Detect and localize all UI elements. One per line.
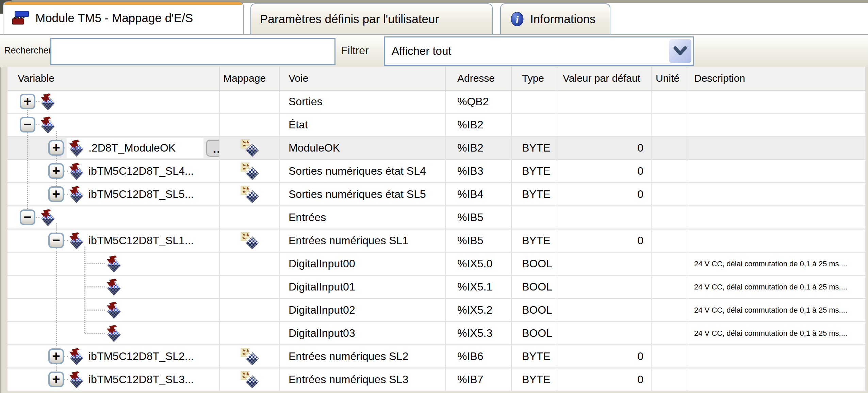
tree-guide-line	[84, 247, 85, 252]
search-label: Rechercher	[4, 35, 52, 67]
adresse-cell: %IX5.1	[446, 276, 512, 299]
adresse-cell: %IB5	[446, 230, 512, 253]
description-cell: 24 V CC, délai commutation de 0,1 à 25 m…	[687, 253, 866, 276]
unit-cell	[652, 368, 687, 392]
tree-expand-button[interactable]: +	[48, 140, 64, 156]
variable-icon	[40, 93, 56, 110]
voie-cell: DigitalInput00	[280, 253, 446, 276]
table-row[interactable]: +ibTM5C12D8T_SL5...Sorties numériques ét…	[7, 183, 866, 206]
table-row[interactable]: −ibTM5C12D8T_SL1...Entrées numériques SL…	[7, 230, 866, 253]
variable-name: ibTM5C12D8T_SL4...	[88, 160, 194, 182]
variable-cell	[7, 253, 220, 276]
tree-expand-button[interactable]: +	[48, 186, 64, 202]
unit-cell	[652, 206, 687, 230]
tree-expand-button[interactable]: +	[48, 372, 64, 387]
table-row[interactable]: +ibTM5C12D8T_SL4...Sorties numériques ét…	[7, 160, 866, 183]
table-row[interactable]: +Sorties%QB2	[7, 91, 866, 114]
tree-expand-button[interactable]: +	[20, 94, 35, 109]
tab-informations[interactable]: Informations	[500, 3, 610, 34]
chevron-down-icon[interactable]	[669, 39, 691, 63]
table-row[interactable]: +ibTM5C12D8T_SL2...Entrées numériques SL…	[7, 345, 866, 368]
module-icon	[12, 11, 29, 26]
variable-cell	[7, 322, 220, 345]
table-row[interactable]: DigitalInput01%IX5.1BOOL24 V CC, délai c…	[7, 276, 866, 299]
unit-cell	[652, 276, 687, 299]
tab-bar: Paramètres définis par l'utilisateur Inf…	[0, 0, 868, 34]
default-value-cell	[557, 276, 652, 299]
column-header-variable[interactable]: Variable	[7, 67, 220, 91]
description-cell	[687, 91, 866, 114]
tree-expand-button[interactable]: +	[48, 348, 64, 364]
variable-icon	[40, 209, 56, 226]
description-cell	[687, 137, 866, 160]
filter-label: Filtrer	[341, 35, 369, 67]
variable-name: .2D8T_ModuleOK	[88, 137, 176, 159]
unit-cell	[652, 345, 687, 368]
tab-label: Paramètres définis par l'utilisateur	[260, 12, 439, 26]
variable-name: ibTM5C12D8T_SL3...	[88, 368, 194, 391]
voie-cell: Entrées numériques SL2	[280, 345, 446, 368]
tree-guide-line	[56, 299, 57, 321]
variable-icon	[106, 279, 122, 296]
voie-cell: DigitalInput01	[280, 276, 446, 299]
type-cell: BYTE	[512, 368, 557, 392]
browse-button[interactable]: ...	[206, 140, 220, 157]
variable-name: ibTM5C12D8T_SL1...	[88, 230, 194, 252]
description-cell	[687, 114, 866, 137]
tab-user-parameters[interactable]: Paramètres définis par l'utilisateur	[250, 3, 493, 34]
type-cell: BOOL	[512, 322, 557, 345]
tab-label: Informations	[530, 12, 596, 26]
search-input[interactable]	[50, 38, 335, 65]
voie-cell: Entrées numériques SL1	[280, 230, 446, 253]
type-cell: BYTE	[512, 183, 557, 206]
mapped-variable-icon	[240, 347, 259, 366]
mapped-variable-icon	[240, 185, 259, 204]
tree-expand-button[interactable]: +	[48, 163, 64, 179]
type-cell	[512, 206, 557, 230]
column-header-adresse[interactable]: Adresse	[446, 67, 512, 91]
filter-dropdown[interactable]: Afficher tout	[384, 36, 694, 66]
variable-cell: −	[7, 206, 220, 230]
column-header-mappage[interactable]: Mappage	[220, 67, 280, 91]
variable-cell: +ibTM5C12D8T_SL4...	[7, 160, 220, 183]
adresse-cell: %IB2	[446, 114, 512, 137]
voie-cell: État	[280, 114, 446, 137]
table-row[interactable]: DigitalInput02%IX5.2BOOL24 V CC, délai c…	[7, 299, 866, 322]
default-value-cell	[557, 206, 652, 230]
tree-collapse-button[interactable]: −	[20, 117, 35, 132]
tree-guide-line	[27, 137, 28, 159]
table-row[interactable]: +.2D8T_ModuleOK...ModuleOK%IB2BYTE0	[7, 137, 866, 160]
tree-guide-line	[85, 263, 105, 264]
mappage-cell	[220, 276, 280, 299]
tab-label: Module TM5 - Mappage d'E/S	[35, 11, 193, 25]
tree-guide-line	[36, 217, 39, 218]
column-header-unite[interactable]: Unité	[652, 67, 687, 91]
table-row[interactable]: DigitalInput00%IX5.0BOOL24 V CC, délai c…	[7, 253, 866, 276]
column-header-type[interactable]: Type	[512, 67, 557, 91]
adresse-cell: %QB2	[446, 91, 512, 114]
variable-cell: +	[7, 91, 220, 114]
type-cell: BOOL	[512, 299, 557, 322]
column-header-description[interactable]: Description	[687, 67, 866, 91]
voie-cell: Sorties	[280, 91, 446, 114]
tree-guide-line	[85, 310, 105, 311]
tree-collapse-button[interactable]: −	[48, 233, 64, 248]
default-value-cell: 0	[557, 230, 652, 253]
default-value-cell: 0	[557, 368, 652, 392]
column-header-valeur[interactable]: Valeur par défaut	[557, 67, 652, 91]
table-row[interactable]: −Entrées%IB5	[7, 206, 866, 230]
variable-cell	[7, 299, 220, 322]
table-row[interactable]: −État%IB2	[7, 114, 866, 137]
tree-collapse-button[interactable]: −	[20, 209, 35, 225]
tree-guide-line	[64, 379, 68, 380]
mappage-cell	[220, 368, 280, 392]
table-row[interactable]: +ibTM5C12D8T_SL3...Entrées numériques SL…	[7, 368, 866, 392]
io-mapping-table: Variable Mappage Voie Adresse Type Valeu…	[7, 67, 866, 392]
table-row[interactable]: DigitalInput03%IX5.3BOOL24 V CC, délai c…	[7, 322, 866, 345]
variable-cell: +ibTM5C12D8T_SL2...	[7, 345, 220, 368]
tab-module-tm5-io-mapping[interactable]: Module TM5 - Mappage d'E/S	[3, 1, 244, 34]
description-cell	[687, 206, 866, 230]
type-cell: BYTE	[512, 230, 557, 253]
mappage-cell	[220, 160, 280, 183]
column-header-voie[interactable]: Voie	[280, 67, 446, 91]
